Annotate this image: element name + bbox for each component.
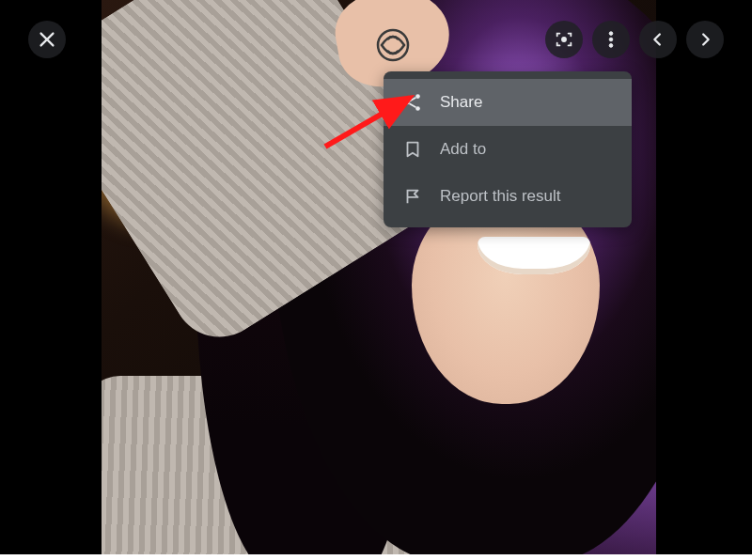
bookmark-icon [402, 139, 423, 160]
next-button[interactable] [686, 21, 724, 58]
chevron-left-icon [648, 29, 668, 50]
share-icon [402, 92, 423, 113]
menu-item-label: Share [440, 93, 482, 112]
menu-item-share[interactable]: Share [384, 79, 632, 126]
chevron-right-icon [695, 29, 715, 50]
lens-icon [554, 29, 574, 50]
svg-point-4 [609, 44, 613, 48]
more-button[interactable] [592, 21, 630, 58]
flag-icon [402, 186, 423, 207]
tattoo [365, 17, 421, 73]
close-button[interactable] [28, 21, 66, 58]
svg-point-5 [415, 94, 420, 99]
menu-item-report[interactable]: Report this result [384, 173, 632, 220]
close-icon [37, 29, 57, 50]
svg-point-1 [561, 37, 567, 42]
svg-point-7 [415, 106, 420, 111]
prev-button[interactable] [639, 21, 677, 58]
lens-button[interactable] [545, 21, 583, 58]
svg-point-2 [609, 32, 613, 36]
svg-point-6 [405, 101, 410, 105]
svg-point-3 [609, 38, 613, 41]
menu-item-label: Add to [440, 140, 486, 159]
overflow-menu: Share Add to Report this result [384, 71, 632, 227]
more-vert-icon [601, 29, 621, 50]
menu-item-add-to[interactable]: Add to [384, 126, 632, 173]
menu-item-label: Report this result [440, 187, 561, 206]
image-viewer: Share Add to Report this result [0, 0, 752, 554]
